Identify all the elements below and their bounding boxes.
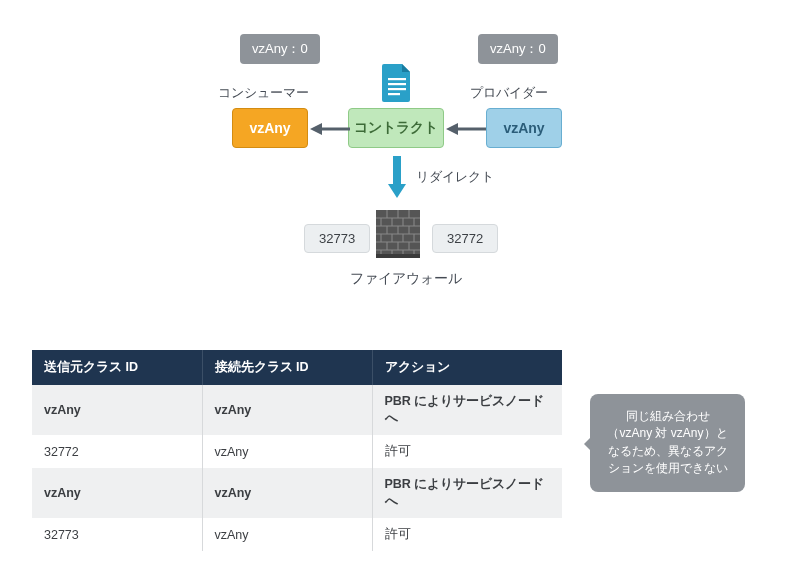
cell-dst: vzAny bbox=[202, 468, 372, 518]
svg-rect-1 bbox=[388, 83, 406, 85]
table-row: vzAnyvzAnyPBR によりサービスノードへ bbox=[32, 468, 562, 518]
provider-vzany-badge: vzAny：0 bbox=[478, 34, 558, 64]
svg-rect-3 bbox=[388, 93, 400, 95]
consumer-label: コンシューマー bbox=[218, 84, 309, 102]
provider-label: プロバイダー bbox=[470, 84, 548, 102]
consumer-vzany-box: vzAny bbox=[232, 108, 308, 148]
svg-rect-37 bbox=[376, 254, 420, 258]
arrow-contract-to-consumer bbox=[310, 122, 350, 140]
cell-act: 許可 bbox=[372, 518, 562, 551]
cell-dst: vzAny bbox=[202, 385, 372, 435]
redirect-label: リダイレクト bbox=[416, 168, 494, 186]
port-left: 32773 bbox=[304, 224, 370, 253]
diagram-canvas: vzAny：0 vzAny：0 コンシューマー プロバイダー vzAny コント… bbox=[0, 0, 792, 584]
port-right: 32772 bbox=[432, 224, 498, 253]
cell-dst: vzAny bbox=[202, 435, 372, 468]
svg-rect-0 bbox=[388, 78, 406, 80]
cell-src: vzAny bbox=[32, 385, 202, 435]
cell-src: 32773 bbox=[32, 518, 202, 551]
arrow-provider-to-contract bbox=[446, 122, 486, 140]
col-act: アクション bbox=[372, 350, 562, 385]
table-row: 32773vzAny許可 bbox=[32, 518, 562, 551]
col-dst: 接続先クラス ID bbox=[202, 350, 372, 385]
callout-note: 同じ組み合わせ（vzAny 対 vzAny）となるため、異なるアクションを使用で… bbox=[590, 394, 745, 492]
cell-dst: vzAny bbox=[202, 518, 372, 551]
zoning-table: 送信元クラス ID 接続先クラス ID アクション vzAnyvzAnyPBR … bbox=[32, 350, 562, 551]
cell-act: PBR によりサービスノードへ bbox=[372, 468, 562, 518]
svg-rect-2 bbox=[388, 88, 406, 90]
svg-marker-9 bbox=[388, 184, 406, 198]
contract-box: コントラクト bbox=[348, 108, 444, 148]
svg-marker-5 bbox=[310, 123, 322, 135]
table-row: vzAnyvzAnyPBR によりサービスノードへ bbox=[32, 385, 562, 435]
cell-src: vzAny bbox=[32, 468, 202, 518]
provider-vzany-box: vzAny bbox=[486, 108, 562, 148]
cell-act: 許可 bbox=[372, 435, 562, 468]
svg-marker-7 bbox=[446, 123, 458, 135]
table-row: 32772vzAny許可 bbox=[32, 435, 562, 468]
arrow-contract-to-firewall bbox=[388, 156, 406, 202]
document-icon bbox=[380, 62, 414, 102]
col-src: 送信元クラス ID bbox=[32, 350, 202, 385]
firewall-label: ファイアウォール bbox=[350, 270, 462, 288]
cell-act: PBR によりサービスノードへ bbox=[372, 385, 562, 435]
consumer-vzany-badge: vzAny：0 bbox=[240, 34, 320, 64]
cell-src: 32772 bbox=[32, 435, 202, 468]
svg-rect-8 bbox=[393, 156, 401, 184]
firewall-icon bbox=[376, 210, 420, 258]
